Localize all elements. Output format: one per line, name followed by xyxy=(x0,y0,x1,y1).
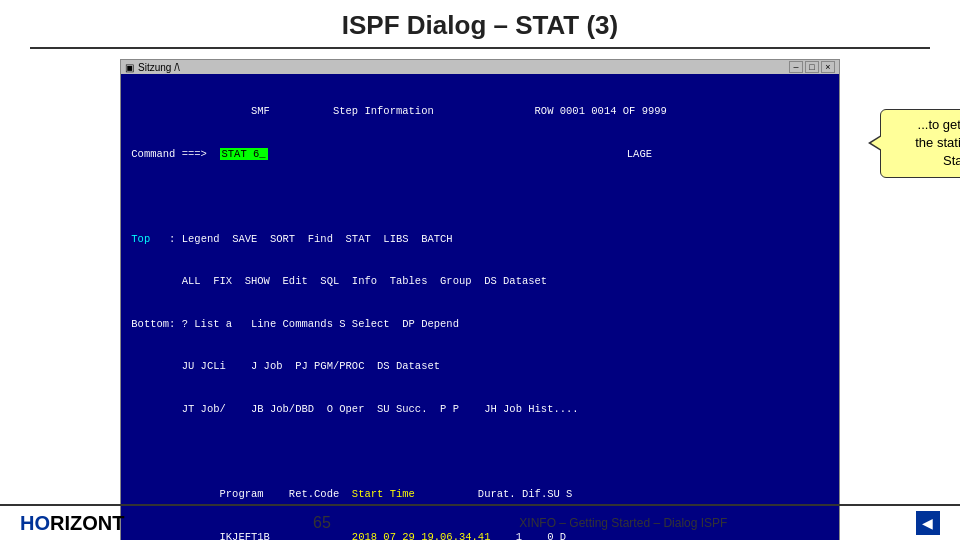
term-line-5: ALL FIX SHOW Edit SQL Info Tables Group … xyxy=(125,274,835,288)
page-title: ISPF Dialog – STAT (3) xyxy=(30,10,930,41)
term-line-10: Program Ret.Code Start Time Durat. Dif.S… xyxy=(125,487,835,501)
maximize-button[interactable]: □ xyxy=(805,61,819,73)
term-line-2: Command ===> STAT 6_ LAGE xyxy=(125,147,835,161)
term-line-7: JU JCLi J Job PJ PGM/PROC DS Dataset xyxy=(125,359,835,373)
callout-right: ...to get for example the statistics for… xyxy=(880,109,960,178)
terminal-title-text: Sitzung /\ xyxy=(138,62,180,73)
company-logo: HORIZONT xyxy=(20,512,124,535)
term-line-6: Bottom: ? List a Line Commands S Select … xyxy=(125,317,835,331)
terminal-title-left: ▣ Sitzung /\ xyxy=(125,62,180,73)
logo-ho: HO xyxy=(20,512,50,534)
term-line-3 xyxy=(125,189,835,203)
terminal-icon: ▣ xyxy=(125,62,134,73)
footer-text: XINFO – Getting Started – Dialog ISPF xyxy=(519,516,727,530)
callout-right-text: ...to get for example the statistics for… xyxy=(915,117,960,168)
term-line-9 xyxy=(125,444,835,458)
command-input[interactable]: STAT 6_ xyxy=(220,148,268,160)
terminal-window: ▣ Sitzung /\ – □ × SMF Step Information … xyxy=(120,59,840,540)
terminal-window-controls[interactable]: – □ × xyxy=(789,61,835,73)
main-content: ▣ Sitzung /\ – □ × SMF Step Information … xyxy=(0,49,960,540)
terminal-body: SMF Step Information ROW 0001 0014 OF 99… xyxy=(121,74,839,540)
term-line-1: SMF Step Information ROW 0001 0014 OF 99… xyxy=(125,104,835,118)
page-title-area: ISPF Dialog – STAT (3) xyxy=(30,0,930,49)
minimize-button[interactable]: – xyxy=(789,61,803,73)
logo-rizont: RIZONT xyxy=(50,512,124,534)
terminal-wrapper: ▣ Sitzung /\ – □ × SMF Step Information … xyxy=(120,59,840,540)
term-line-8: JT Job/ JB Job/DBD O Oper SU Succ. P P J… xyxy=(125,402,835,416)
term-line-4: Top : Legend SAVE SORT Find STAT LIBS BA… xyxy=(125,232,835,246)
close-button[interactable]: × xyxy=(821,61,835,73)
bottom-bar: HORIZONT 65 XINFO – Getting Started – Di… xyxy=(0,504,960,540)
terminal-titlebar: ▣ Sitzung /\ – □ × xyxy=(121,60,839,74)
page-number: 65 xyxy=(313,514,331,532)
nav-arrow-icon[interactable]: ◀ xyxy=(916,511,940,535)
